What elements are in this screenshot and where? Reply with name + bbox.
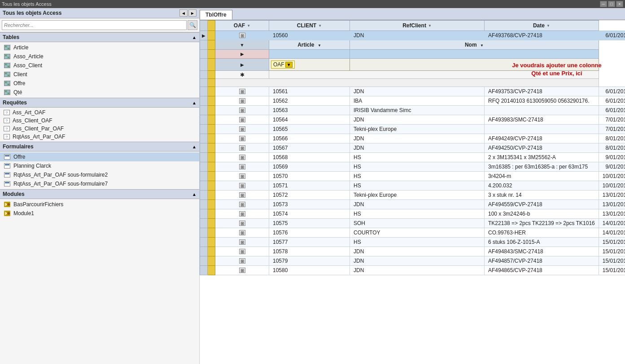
cell-client: HS xyxy=(350,238,485,247)
cell-expand[interactable]: ⊞ xyxy=(215,238,269,247)
cell-expand[interactable]: ⊞ xyxy=(215,191,269,200)
cell-expand[interactable]: ⊞ xyxy=(215,153,269,162)
cell-expand[interactable]: ⊞ xyxy=(215,87,269,96)
cell-expand[interactable]: ⊞ xyxy=(215,106,269,115)
oaf-form-input-cell[interactable]: OAF ▼ xyxy=(269,59,350,71)
cell-expand[interactable]: ⊞ xyxy=(215,134,269,143)
expand-button[interactable]: ⊞ xyxy=(239,221,245,226)
expand-button[interactable]: ⊞ xyxy=(239,192,245,198)
table-icon-offre xyxy=(4,80,11,87)
expand-button[interactable]: ⊞ xyxy=(239,117,245,122)
sidebar-item-ass-client-par-oaf-label: Ass_Client_Par_OAF xyxy=(13,126,64,132)
sidebar-item-asso-article[interactable]: Asso_Article xyxy=(0,52,199,61)
search-input[interactable] xyxy=(2,20,187,30)
expand-button[interactable]: ⊞ xyxy=(239,211,245,217)
expand-button[interactable]: ⊞ xyxy=(239,239,245,245)
th-refclient[interactable]: RefClient ▼ xyxy=(350,21,485,31)
sidebar-item-client[interactable]: Client xyxy=(0,70,199,79)
cell-refclient: TK22138 => 2pcs TK22139 => 2pcs TK1016 xyxy=(485,219,599,228)
section-formulaires-header[interactable]: Formulaires ▲ xyxy=(0,142,199,152)
expand-button[interactable]: ⊞ xyxy=(239,145,245,151)
oaf-input-field[interactable]: OAF ▼ xyxy=(271,61,295,69)
cell-expand[interactable]: ⊞ xyxy=(215,209,269,219)
cell-oaf: 10564 xyxy=(269,115,350,125)
cell-expand[interactable]: ⊞ xyxy=(215,181,269,191)
yellow-col-cell xyxy=(208,238,215,247)
sidebar-item-sous-formulaire7[interactable]: RqtAss_Art_Par_OAF sous-formulaire7 xyxy=(0,179,199,188)
sidebar-item-rqt-ass-art-par-oaf[interactable]: ? RqtAss_Art_Par_OAF xyxy=(0,133,199,141)
sidebar-item-sous-formulaire2[interactable]: RqtAss_Art_Par_OAF sous-formulaire2 xyxy=(0,170,199,179)
tab-tbloffre[interactable]: TblOffre xyxy=(200,10,232,20)
minimize-btn[interactable]: ─ xyxy=(600,1,607,7)
oaf-form-empty xyxy=(350,59,599,71)
cell-expand[interactable]: ⊞ xyxy=(215,266,269,275)
sidebar-item-ass-client-par-oaf[interactable]: ? Ass_Client_Par_OAF xyxy=(0,125,199,133)
cell-expand[interactable]: ⊞ xyxy=(215,228,269,238)
table-row: ⊞ 10563 IRISIB Vandamme Simc 6/01/2014 xyxy=(200,106,625,115)
sidebar-item-ass-art-oaf[interactable]: ? Ass_Art_OAF xyxy=(0,108,199,117)
th-oaf[interactable]: OAF ▼ xyxy=(215,21,269,31)
expand-button[interactable]: ⊞ xyxy=(239,249,245,254)
expand-button[interactable]: ⊞ xyxy=(239,155,245,160)
maximize-btn[interactable]: □ xyxy=(608,1,615,7)
expand-button[interactable]: ⊞ xyxy=(239,33,245,38)
cell-expand[interactable]: ⊞ xyxy=(215,31,269,40)
cell-oaf: 10573 xyxy=(269,200,350,209)
expand-button[interactable]: ⊞ xyxy=(239,230,245,235)
section-formulaires-content: Offre Planning Clarck RqtAss_Art_Par_OAF… xyxy=(0,152,199,189)
cell-oaf: 10562 xyxy=(269,96,350,106)
sidebar-item-asso-client[interactable]: Asso_Client xyxy=(0,61,199,70)
expand-button[interactable]: ⊞ xyxy=(239,108,245,113)
search-button[interactable]: 🔍 xyxy=(188,20,197,30)
cell-expand[interactable]: ⊞ xyxy=(215,247,269,256)
expand-button[interactable]: ⊞ xyxy=(239,202,245,207)
section-requetes-header[interactable]: Requêtes ▲ xyxy=(0,98,199,108)
sub-th-nom[interactable]: Nom ▼ xyxy=(350,40,599,50)
sidebar: Tous les objets Access ◄ ► 🔍 Tables ▲ Ar… xyxy=(0,8,200,364)
yellow-col-cell xyxy=(208,125,215,134)
nav-col-cell xyxy=(200,238,208,247)
cell-expand[interactable]: ⊞ xyxy=(215,125,269,134)
sidebar-item-form-offre[interactable]: Offre xyxy=(0,152,199,161)
yellow-col-cell xyxy=(208,191,215,200)
section-modules-label: Modules xyxy=(3,191,25,197)
cell-expand[interactable]: ⊞ xyxy=(215,200,269,209)
cell-expand[interactable]: ⊞ xyxy=(215,172,269,181)
cell-expand[interactable]: ⊞ xyxy=(215,256,269,266)
th-date[interactable]: Date ▼ xyxy=(485,21,599,31)
expand-button[interactable]: ⊞ xyxy=(239,183,245,188)
sidebar-item-qte[interactable]: Qté xyxy=(0,88,199,97)
sidebar-item-bas-parcourir[interactable]: BasParcourirFichiers xyxy=(0,200,199,209)
expand-button[interactable]: ⊞ xyxy=(239,258,245,264)
section-tables-header[interactable]: Tables ▲ xyxy=(0,32,199,42)
sidebar-item-module1[interactable]: Module1 xyxy=(0,209,199,218)
sub-th-article[interactable]: Article ▼ xyxy=(269,40,350,50)
expand-button[interactable]: ⊞ xyxy=(239,136,245,141)
cell-expand[interactable]: ⊞ xyxy=(215,143,269,153)
oaf-dropdown-btn[interactable]: ▼ xyxy=(285,62,293,68)
sidebar-item-article[interactable]: Article xyxy=(0,43,199,52)
cell-date: 13/01/2014 xyxy=(599,209,625,219)
cell-expand[interactable]: ⊞ xyxy=(215,96,269,106)
section-modules-chevron: ▲ xyxy=(192,192,197,197)
cell-expand[interactable]: ⊞ xyxy=(215,219,269,228)
expand-button[interactable]: ⊞ xyxy=(239,89,245,94)
expand-button[interactable]: ⊞ xyxy=(239,268,245,273)
sidebar-collapse-btn[interactable]: ◄ xyxy=(179,9,188,17)
th-client[interactable]: CLIENT ▼ xyxy=(269,21,350,31)
close-btn[interactable]: × xyxy=(616,1,623,7)
cell-expand[interactable]: ⊞ xyxy=(215,115,269,125)
sidebar-item-planning-clarck[interactable]: Planning Clarck xyxy=(0,161,199,170)
yellow-col-cell xyxy=(208,219,215,228)
expand-button[interactable]: ⊞ xyxy=(239,164,245,169)
expand-button[interactable]: ⊞ xyxy=(239,126,245,132)
cell-expand[interactable]: ⊞ xyxy=(215,162,269,172)
expand-button[interactable]: ⊞ xyxy=(239,173,245,179)
sidebar-search-bar: 🔍 xyxy=(0,18,199,32)
cell-client: IBA xyxy=(350,96,485,106)
expand-button[interactable]: ⊞ xyxy=(239,98,245,104)
sidebar-item-offre[interactable]: Offre xyxy=(0,79,199,88)
section-modules-header[interactable]: Modules ▲ xyxy=(0,189,199,199)
sidebar-item-ass-client-oaf[interactable]: ? Ass_Client_OAF xyxy=(0,117,199,125)
sidebar-expand-btn[interactable]: ► xyxy=(188,9,197,17)
